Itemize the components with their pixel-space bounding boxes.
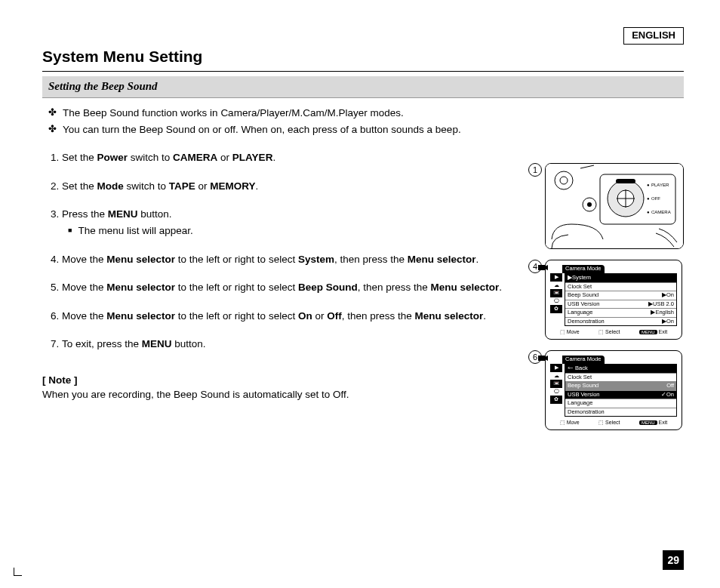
menu-icon-strip: ▶☁📼🖵✿ [550,273,562,326]
step-2: Set the Mode switch to TAPE or MEMORY. [62,179,515,194]
camcorder-icon [538,354,549,365]
crop-mark-icon [14,568,22,576]
menu-footer: ⬚ Move ⬚ Select MENUExit [550,419,677,426]
page-number: 29 [663,550,684,570]
menu-row: 🡐 Back [565,365,676,373]
svg-text:PLAYER: PLAYER [651,183,669,187]
menu-row: Demonstration [565,408,676,417]
menu-mode-label: Camera Mode [562,265,605,273]
figure-power-dial: 1 ● PLAYER ● OFF ● CAMERA [545,163,684,249]
maltese-icon: ✤ [48,122,57,137]
svg-point-16 [587,202,592,207]
step-3: Press the MENU button. ■The menu list wi… [62,207,515,238]
step-1: Set the Power switch to CAMERA or PLAYER… [62,150,515,165]
callout-1-icon: 1 [528,163,542,177]
menu-list: 🡐 BackClock SetBeep SoundOffUSB Version✓… [565,364,677,417]
svg-text:●: ● [647,210,650,214]
menu-mode-label: Camera Mode [562,356,605,364]
square-bullet-icon: ■ [68,223,72,239]
section-subhead: Setting the Beep Sound [42,76,684,98]
step-5: Move the Menu selector to the left or ri… [62,280,515,295]
figure-menu-4: 4 Camera Mode ▶☁📼🖵✿ ▶SystemClock SetBeep… [545,260,684,340]
menu-row: ▶System [565,274,676,282]
menu-row: Language▶English [565,308,676,317]
svg-text:CAMERA: CAMERA [651,210,671,214]
menu-row: Beep Sound▶On [565,291,676,300]
step-list: Set the Power switch to CAMERA or PLAYER… [48,150,515,352]
svg-text:●: ● [647,196,650,201]
svg-text:OFF: OFF [651,196,660,201]
svg-rect-10 [616,179,635,183]
svg-rect-18 [538,265,545,270]
figure-menu-6: 6 Camera Mode ▶☁📼🖵✿ 🡐 BackClock SetBeep … [545,350,684,430]
menu-row: USB Version✓On [565,390,676,399]
menu-row: Demonstration▶On [565,317,676,326]
menu-list: ▶SystemClock SetBeep Sound▶OnUSB Version… [565,273,677,326]
svg-text:●: ● [647,183,650,187]
intro-line: The Beep Sound function works in Camera/… [63,106,404,121]
language-tag: ENGLISH [623,27,684,45]
step-7: To exit, press the MENU button. [62,337,515,352]
menu-row: USB Version▶USB 2.0 [565,300,676,309]
title-rule [42,71,684,72]
maltese-icon: ✤ [48,106,57,121]
menu-icon-strip: ▶☁📼🖵✿ [550,364,562,417]
page-title: System Menu Setting [42,45,684,68]
step-6: Move the Menu selector to the left or ri… [62,309,515,324]
menu-row: Language [565,399,676,408]
intro-bullets: ✤The Beep Sound function works in Camera… [48,106,684,137]
menu-footer: ⬚ Move ⬚ Select MENUExit [550,328,677,336]
menu-row: Clock Set [565,373,676,382]
camcorder-icon [538,263,549,275]
menu-row: Beep SoundOff [565,381,676,390]
svg-rect-19 [538,356,545,361]
intro-line: You can turn the Beep Sound on or off. W… [63,122,461,137]
step-4: Move the Menu selector to the left or ri… [62,252,515,267]
power-dial-illustration: ● PLAYER ● OFF ● CAMERA [546,164,683,248]
menu-row: Clock Set [565,282,676,291]
